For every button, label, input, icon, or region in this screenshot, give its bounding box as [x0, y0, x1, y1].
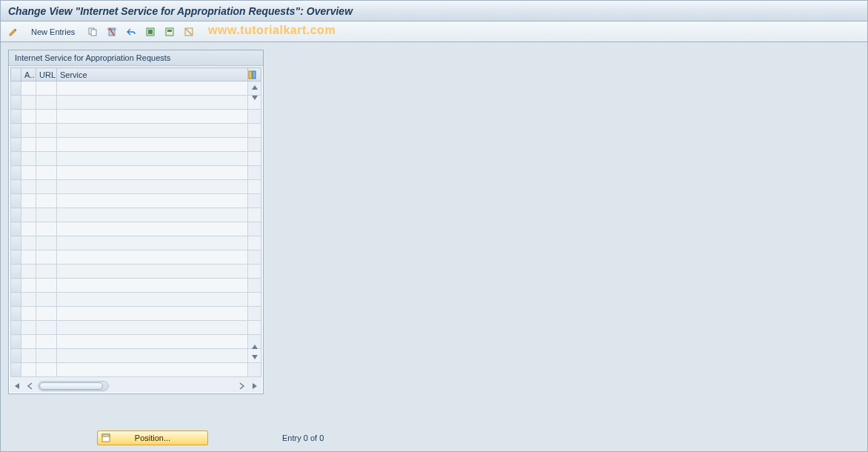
cell-url[interactable] [36, 194, 57, 208]
row-selector[interactable] [11, 363, 21, 377]
hscroll-track[interactable] [38, 381, 109, 391]
cell-a[interactable] [21, 363, 36, 377]
cell-a[interactable] [21, 208, 36, 222]
row-selector[interactable] [11, 138, 21, 152]
row-selector[interactable] [11, 250, 21, 265]
cell-a[interactable] [21, 293, 36, 307]
scroll-up-alt-icon[interactable] [250, 342, 260, 352]
col-url[interactable]: URL [36, 68, 57, 82]
cell-a[interactable] [21, 138, 36, 152]
table-row[interactable] [11, 166, 261, 180]
scroll-right-icon[interactable] [236, 380, 247, 392]
row-selector[interactable] [11, 265, 21, 279]
deselect-all-icon[interactable] [181, 24, 197, 39]
select-all-icon[interactable] [142, 24, 158, 39]
table-row[interactable] [11, 138, 261, 152]
cell-a[interactable] [21, 279, 36, 293]
table-row[interactable] [11, 279, 261, 293]
row-selector[interactable] [11, 307, 21, 321]
hscroll-thumb[interactable] [39, 382, 103, 390]
cell-service[interactable] [57, 250, 248, 265]
cell-a[interactable] [21, 166, 36, 180]
cell-a[interactable] [21, 307, 36, 321]
table-row[interactable] [11, 363, 261, 377]
cell-url[interactable] [36, 335, 57, 349]
cell-url[interactable] [36, 110, 57, 124]
cell-service[interactable] [57, 152, 248, 166]
cell-a[interactable] [21, 96, 36, 110]
col-a[interactable]: A.. [21, 68, 36, 82]
cell-url[interactable] [36, 363, 57, 377]
table-row[interactable] [11, 82, 261, 96]
new-entries-button[interactable]: New Entries [24, 25, 81, 39]
table-row[interactable] [11, 265, 261, 279]
table-row[interactable] [11, 307, 261, 321]
table-row[interactable] [11, 335, 261, 349]
position-button[interactable]: Position... [97, 431, 208, 445]
row-selector[interactable] [11, 293, 21, 307]
table-row[interactable] [11, 321, 261, 335]
table-row[interactable] [11, 236, 261, 250]
cell-url[interactable] [36, 82, 57, 96]
row-selector[interactable] [11, 82, 21, 96]
table-row[interactable] [11, 152, 261, 166]
cell-service[interactable] [57, 124, 248, 138]
table-row[interactable] [11, 250, 261, 265]
cell-a[interactable] [21, 110, 36, 124]
cell-url[interactable] [36, 180, 57, 194]
scroll-up-icon[interactable] [250, 82, 260, 93]
cell-service[interactable] [57, 180, 248, 194]
scroll-first-icon[interactable] [11, 380, 23, 392]
cell-a[interactable] [21, 124, 36, 138]
row-selector[interactable] [11, 349, 21, 363]
vertical-scrollbar[interactable] [249, 82, 261, 362]
cell-service[interactable] [57, 335, 248, 349]
scroll-down-alt-icon[interactable] [250, 93, 260, 103]
cell-url[interactable] [36, 349, 57, 363]
table-row[interactable] [11, 194, 261, 208]
row-selector[interactable] [11, 194, 21, 208]
row-selector[interactable] [11, 279, 21, 293]
cell-service[interactable] [57, 208, 248, 222]
row-selector[interactable] [11, 335, 21, 349]
data-grid[interactable]: A.. URL Service [10, 67, 261, 377]
cell-url[interactable] [36, 293, 57, 307]
row-selector[interactable] [11, 96, 21, 110]
table-row[interactable] [11, 208, 261, 222]
cell-url[interactable] [36, 265, 57, 279]
cell-a[interactable] [21, 250, 36, 265]
cell-a[interactable] [21, 194, 36, 208]
scroll-last-icon[interactable] [249, 380, 261, 392]
cell-service[interactable] [57, 166, 248, 180]
scroll-left-icon[interactable] [24, 380, 36, 392]
cell-service[interactable] [57, 307, 248, 321]
cell-service[interactable] [57, 194, 248, 208]
table-row[interactable] [11, 124, 261, 138]
cell-url[interactable] [36, 307, 57, 321]
row-selector[interactable] [11, 166, 21, 180]
cell-url[interactable] [36, 208, 57, 222]
cell-service[interactable] [57, 110, 248, 124]
cell-url[interactable] [36, 321, 57, 335]
toggle-change-icon[interactable] [5, 24, 21, 39]
cell-a[interactable] [21, 222, 36, 236]
cell-a[interactable] [21, 236, 36, 250]
cell-service[interactable] [57, 321, 248, 335]
cell-url[interactable] [36, 236, 57, 250]
table-row[interactable] [11, 349, 261, 363]
undo-change-icon[interactable] [123, 24, 139, 39]
cell-service[interactable] [57, 363, 248, 377]
row-selector[interactable] [11, 321, 21, 335]
cell-a[interactable] [21, 321, 36, 335]
select-block-icon[interactable] [161, 24, 178, 39]
cell-url[interactable] [36, 250, 57, 265]
cell-service[interactable] [57, 96, 248, 110]
scroll-down-icon[interactable] [250, 352, 260, 362]
cell-url[interactable] [36, 96, 57, 110]
cell-service[interactable] [57, 138, 248, 152]
col-configure-icon[interactable] [248, 68, 261, 82]
row-selector[interactable] [11, 124, 21, 138]
table-row[interactable] [11, 96, 261, 110]
delete-icon[interactable] [104, 24, 120, 39]
table-row[interactable] [11, 110, 261, 124]
